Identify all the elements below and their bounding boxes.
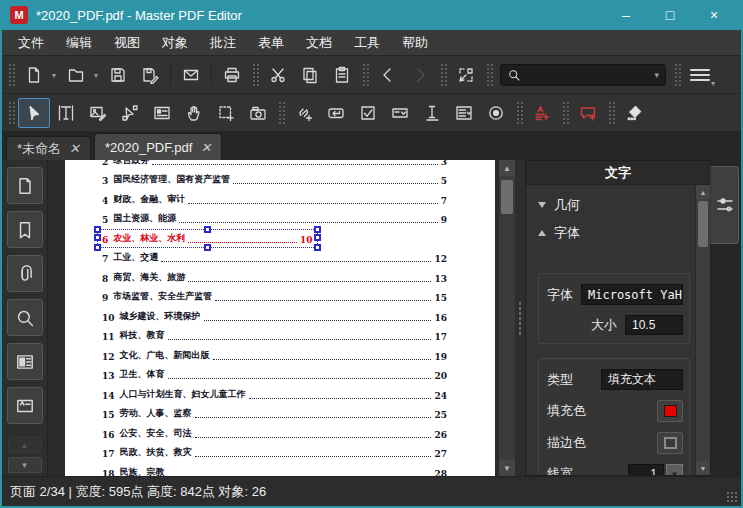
- type-select[interactable]: 填充文本: [601, 369, 683, 390]
- sidebar-form-fields-button[interactable]: [7, 343, 43, 380]
- open-file-button[interactable]: ▾: [60, 60, 92, 90]
- sidebar-attachments-button[interactable]: [7, 255, 43, 292]
- panel-scrollbar[interactable]: ▲ ▼: [695, 185, 710, 475]
- menu-file[interactable]: 文件: [8, 31, 54, 55]
- edit-path-tool-button[interactable]: [114, 98, 146, 128]
- sidebar-bookmarks-button[interactable]: [7, 211, 43, 248]
- copy-button[interactable]: [294, 60, 326, 90]
- main-menu-button[interactable]: ▾: [684, 60, 716, 90]
- menu-annotate[interactable]: 批注: [200, 31, 246, 55]
- fill-color-button[interactable]: [657, 400, 683, 422]
- toc-row[interactable]: 16公安、安全、司法26: [102, 424, 447, 444]
- add-text-annotation-tool-button[interactable]: [526, 98, 558, 128]
- menu-forms[interactable]: 表单: [248, 31, 294, 55]
- toc-row[interactable]: 8商贸、海关、旅游13: [102, 268, 447, 288]
- pushbutton-field-tool-button[interactable]: [320, 98, 352, 128]
- toc-row[interactable]: 17民政、扶贫、救灾27: [102, 444, 447, 464]
- stroke-color-button[interactable]: [657, 432, 683, 454]
- forward-button[interactable]: [404, 60, 436, 90]
- sticky-note-tool-button[interactable]: [572, 98, 604, 128]
- listbox-field-tool-button[interactable]: [448, 98, 480, 128]
- toc-row[interactable]: 3国民经济管理、国有资产监管5: [102, 171, 447, 191]
- edit-text-tool-button[interactable]: [50, 98, 82, 128]
- menu-help[interactable]: 帮助: [392, 31, 438, 55]
- menu-tools[interactable]: 工具: [344, 31, 390, 55]
- scroll-track[interactable]: [499, 176, 515, 460]
- radiobutton-field-tool-button[interactable]: [480, 98, 512, 128]
- panel-toggle-tab[interactable]: [710, 166, 739, 244]
- toolbar-grip[interactable]: [7, 100, 15, 126]
- tab-untitled[interactable]: *未命名 ✕: [6, 136, 91, 160]
- link-tool-button[interactable]: [288, 98, 320, 128]
- cut-button[interactable]: [262, 60, 294, 90]
- toolbar-grip[interactable]: [439, 62, 447, 88]
- section-geometry[interactable]: 几何: [534, 191, 690, 219]
- selection-handle-tr[interactable]: [314, 226, 321, 233]
- combobox-field-tool-button[interactable]: [384, 98, 416, 128]
- toolbar-grip[interactable]: [515, 100, 523, 126]
- close-button[interactable]: ×: [699, 7, 729, 23]
- selection-handle-ml[interactable]: [94, 234, 101, 241]
- panel-scroll-up-arrow[interactable]: ▲: [696, 185, 710, 199]
- panel-splitter[interactable]: [515, 160, 525, 476]
- panel-scroll-track[interactable]: [696, 199, 710, 461]
- checkbox-field-tool-button[interactable]: [352, 98, 384, 128]
- toolbar-grip[interactable]: [277, 100, 285, 126]
- toc-row[interactable]: 18民族、宗教28: [102, 463, 447, 476]
- tab-2020-pdf[interactable]: *2020_PDF.pdf ✕: [94, 133, 222, 160]
- minimize-button[interactable]: –: [611, 7, 641, 23]
- toolbar-grip[interactable]: [561, 100, 569, 126]
- panel-scroll-down-arrow[interactable]: ▼: [696, 461, 710, 475]
- scroll-down-arrow[interactable]: ▼: [499, 460, 515, 476]
- pdf-page[interactable]: 2综合政务33国民经济管理、国有资产监管54财政、金融、审计75国土资源、能源9…: [65, 160, 495, 476]
- line-width-dropdown-button[interactable]: ▼: [666, 464, 683, 475]
- page-wrapper[interactable]: 2综合政务33国民经济管理、国有资产监管54财政、金融、审计75国土资源、能源9…: [48, 160, 498, 476]
- back-button[interactable]: [372, 60, 404, 90]
- sidebar-search-button[interactable]: [7, 299, 43, 336]
- snapshot-tool-button[interactable]: [242, 98, 274, 128]
- toolbar-grip[interactable]: [7, 62, 15, 88]
- selection-handle-tm[interactable]: [204, 226, 211, 233]
- menu-document[interactable]: 文档: [296, 31, 342, 55]
- font-size-input[interactable]: 10.5: [625, 315, 683, 335]
- document-scrollbar[interactable]: ▲ ▼: [498, 160, 515, 476]
- toolbar-grip[interactable]: [361, 62, 369, 88]
- scroll-thumb[interactable]: [501, 180, 513, 214]
- resize-grip[interactable]: [726, 491, 739, 504]
- edit-forms-tool-button[interactable]: [146, 98, 178, 128]
- toc-row[interactable]: 2综合政务3: [102, 160, 447, 171]
- toc-row[interactable]: 13卫生、体育20: [102, 366, 447, 386]
- toolbar-grip[interactable]: [485, 62, 493, 88]
- line-width-input[interactable]: 1: [628, 464, 664, 475]
- menu-object[interactable]: 对象: [152, 31, 198, 55]
- selection-handle-mr[interactable]: [314, 234, 321, 241]
- hand-tool-button[interactable]: [178, 98, 210, 128]
- sidebar-signatures-button[interactable]: [7, 387, 43, 424]
- menu-view[interactable]: 视图: [104, 31, 150, 55]
- maximize-button[interactable]: □: [655, 7, 685, 23]
- selection-box[interactable]: [97, 229, 318, 248]
- select-area-tool-button[interactable]: [210, 98, 242, 128]
- tab-close-icon[interactable]: ✕: [69, 142, 80, 155]
- text-field-tool-button[interactable]: [416, 98, 448, 128]
- highlighter-tool-button[interactable]: [618, 98, 650, 128]
- scroll-up-arrow[interactable]: ▲: [499, 160, 515, 176]
- new-document-button[interactable]: ▾: [18, 60, 50, 90]
- font-family-select[interactable]: Microsoft YaHei: [581, 284, 683, 305]
- section-font[interactable]: 字体: [534, 219, 690, 247]
- sidebar-scroll-up-button[interactable]: ▲: [8, 437, 42, 453]
- search-input[interactable]: [521, 68, 654, 82]
- toc-row[interactable]: 15劳动、人事、监察25: [102, 405, 447, 425]
- email-button[interactable]: [175, 60, 207, 90]
- toc-row[interactable]: 11科技、教育17: [102, 327, 447, 347]
- toc-row[interactable]: 14人口与计划生育、妇女儿童工作24: [102, 385, 447, 405]
- edit-image-tool-button[interactable]: [82, 98, 114, 128]
- panel-scroll-thumb[interactable]: [698, 201, 708, 247]
- print-button[interactable]: [216, 60, 248, 90]
- toolbar-grip[interactable]: [673, 62, 681, 88]
- select-tool-button[interactable]: [18, 98, 50, 128]
- toolbar-grip[interactable]: [251, 62, 259, 88]
- toc-row[interactable]: 7工业、交通12: [102, 249, 447, 269]
- sidebar-thumbnails-button[interactable]: [7, 167, 43, 204]
- toolbar-grip[interactable]: [607, 100, 615, 126]
